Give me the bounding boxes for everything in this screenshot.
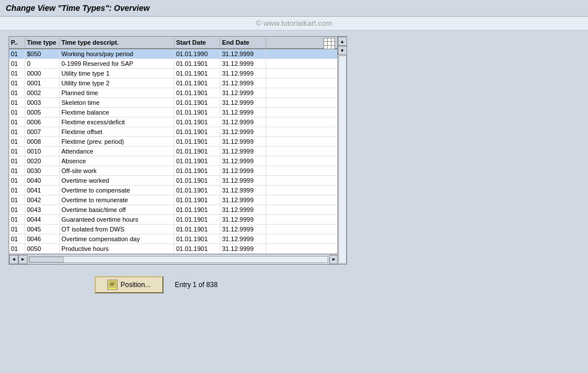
table-cell: 01 [9, 59, 25, 68]
table-row[interactable]: 010002Planned time01.01.190131.12.9999 [9, 88, 346, 98]
table-row[interactable]: 01$050Working hours/pay period01.01.1990… [9, 49, 346, 59]
table-cell: Overtime to compensate [60, 186, 174, 195]
table-cell: 0002 [25, 88, 60, 97]
vertical-scrollbar[interactable]: ▲ ▼ [337, 37, 346, 264]
table-cell: 31.12.9999 [220, 127, 266, 136]
bottom-bar: Position... Entry 1 of 838 [9, 276, 579, 293]
table-cell: OT isolated from DWS [60, 225, 174, 234]
table-row[interactable]: 0100-1999 Reserved for SAP01.01.190131.1… [9, 59, 346, 69]
table-cell: 0008 [25, 137, 60, 146]
table-row[interactable]: 010041Overtime to compensate01.01.190131… [9, 186, 346, 195]
table-cell: 01.01.1901 [174, 127, 220, 136]
table-cell: 0043 [25, 205, 60, 214]
table-cell: Flextime offset [60, 127, 174, 136]
scroll-track[interactable] [338, 56, 346, 264]
col-header-p: P.. [9, 38, 25, 47]
table-row[interactable]: 010008Flextime (prev. period)01.01.19013… [9, 137, 346, 147]
table-row[interactable]: 010030Off-site work01.01.190131.12.9999 [9, 166, 346, 176]
table-row[interactable]: 010044Guaranteed overtime hours01.01.190… [9, 215, 346, 225]
table-cell: 31.12.9999 [220, 88, 266, 97]
table-container: ▲ ▼ P.. Time type Time type descript. St… [9, 36, 359, 265]
table-row[interactable]: 010000Utility time type 101.01.190131.12… [9, 69, 346, 78]
table-row[interactable]: 010006Flextime excess/deficit01.01.19013… [9, 117, 346, 127]
table-row[interactable]: 010010Attendance01.01.190131.12.9999 [9, 147, 346, 156]
table-cell: 0010 [25, 147, 60, 156]
entry-info: Entry 1 of 838 [175, 281, 218, 289]
table-cell: 01 [9, 69, 25, 78]
table-cell: 01.01.1901 [174, 156, 220, 166]
table-row[interactable]: 010005Flextime balance01.01.190131.12.99… [9, 108, 346, 117]
col-header-timetype: Time type [25, 38, 60, 47]
table-cell: 01.01.1901 [174, 117, 220, 127]
table-header: P.. Time type Time type descript. Start … [9, 37, 346, 49]
table-row[interactable]: 010020Absence01.01.190131.12.9999 [9, 156, 346, 166]
table-cell: 0003 [25, 98, 60, 107]
table-cell: Working hours/pay period [60, 49, 174, 58]
table-cell: 01.01.1901 [174, 137, 220, 146]
table-cell: 01.01.1901 [174, 98, 220, 107]
table-cell: 0005 [25, 108, 60, 117]
h-scroll-track[interactable] [29, 256, 328, 263]
table-cell: 0044 [25, 215, 60, 224]
table-body: 01$050Working hours/pay period01.01.1990… [9, 49, 346, 254]
table-cell: $050 [25, 49, 60, 58]
table-cell: 01 [9, 234, 25, 244]
table-cell: 31.12.9999 [220, 166, 266, 175]
table-cell: 01.01.1901 [174, 78, 220, 88]
table-cell: 01 [9, 195, 25, 205]
table-cell: 01 [9, 108, 25, 117]
position-button-label: Position... [120, 281, 151, 289]
table-row[interactable]: 010050Productive hours01.01.190131.12.99… [9, 244, 346, 254]
table-cell: 01 [9, 166, 25, 175]
table-cell: 31.12.9999 [220, 117, 266, 127]
table-cell: 31.12.9999 [220, 205, 266, 214]
table-cell: 0000 [25, 69, 60, 78]
table-cell: 01.01.1901 [174, 147, 220, 156]
main-content: ▲ ▼ P.. Time type Time type descript. St… [0, 30, 588, 299]
table-cell: Flextime balance [60, 108, 174, 117]
table-cell: 31.12.9999 [220, 195, 266, 205]
table-cell: 31.12.9999 [220, 225, 266, 234]
table-cell: 01.01.1901 [174, 59, 220, 68]
table-cell: 01.01.1901 [174, 69, 220, 78]
table-row[interactable]: 010046Overtime compensation day01.01.190… [9, 234, 346, 244]
table-row[interactable]: 010042Overtime to remunerate01.01.190131… [9, 195, 346, 205]
title-bar: Change View "Time Types": Overview [0, 0, 588, 17]
table-cell: 0045 [25, 225, 60, 234]
table-row[interactable]: 010045OT isolated from DWS01.01.190131.1… [9, 225, 346, 234]
col-header-desc: Time type descript. [60, 38, 174, 47]
table-cell: 01.01.1901 [174, 244, 220, 253]
table-cell: Overtime compensation day [60, 234, 174, 244]
table-cell: 01 [9, 176, 25, 185]
table-cell: Flextime excess/deficit [60, 117, 174, 127]
table-row[interactable]: 010007Flextime offset01.01.190131.12.999… [9, 127, 346, 137]
watermark-text: © www.tutorialkart.com [256, 19, 332, 28]
table-cell: 0-1999 Reserved for SAP [60, 59, 174, 68]
table-cell: 01 [9, 49, 25, 58]
scroll-right-button[interactable]: ► [18, 255, 28, 264]
scroll-down-button[interactable]: ▼ [338, 46, 347, 55]
table-cell: 01 [9, 244, 25, 253]
table-row[interactable]: 010003Skeleton time01.01.190131.12.9999 [9, 98, 346, 108]
table-row[interactable]: 010040Overtime worked01.01.190131.12.999… [9, 176, 346, 186]
horizontal-scrollbar[interactable]: ◄ ► ► [9, 254, 338, 264]
table-row[interactable]: 010001Utility time type 201.01.190131.12… [9, 78, 346, 88]
position-button[interactable]: Position... [95, 276, 163, 293]
table-cell: Attendance [60, 147, 174, 156]
table-cell: 31.12.9999 [220, 215, 266, 224]
scroll-up-button[interactable]: ▲ [338, 37, 347, 46]
table-cell: 01 [9, 186, 25, 195]
grid-view-icon[interactable] [324, 38, 335, 49]
scroll-left-button[interactable]: ◄ [9, 255, 18, 264]
table-cell: Overtime worked [60, 176, 174, 185]
position-button-icon [107, 280, 118, 290]
table-cell: 0040 [25, 176, 60, 185]
table-cell: 01 [9, 225, 25, 234]
table-cell: 01 [9, 127, 25, 136]
table-cell: 01.01.1901 [174, 225, 220, 234]
table-row[interactable]: 010043Overtime basic/time off01.01.19013… [9, 205, 346, 215]
table-cell: Absence [60, 156, 174, 166]
table-cell: 01 [9, 98, 25, 107]
table-cell: 31.12.9999 [220, 176, 266, 185]
table-cell: Skeleton time [60, 98, 174, 107]
